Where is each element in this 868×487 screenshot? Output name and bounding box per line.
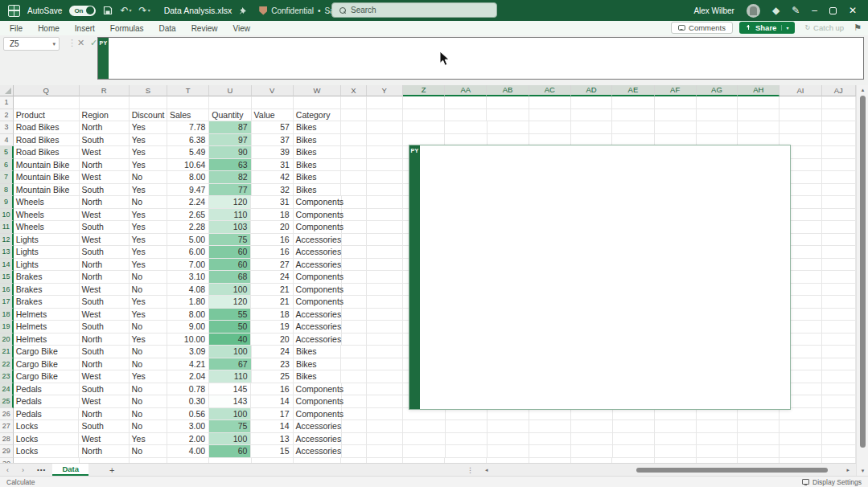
cell[interactable] [403, 109, 445, 122]
vertical-scroll-thumb[interactable] [860, 96, 866, 448]
cell[interactable] [822, 271, 856, 284]
cell[interactable] [822, 445, 856, 458]
cell-t6[interactable]: 10.64 [167, 159, 209, 172]
cell-u8[interactable]: 77 [209, 184, 251, 197]
cell[interactable] [655, 433, 697, 446]
cell[interactable] [571, 109, 612, 122]
cell-t21[interactable]: 3.09 [167, 346, 209, 358]
cell-u28[interactable]: 100 [209, 433, 251, 446]
cell[interactable] [487, 420, 529, 433]
cell-q29[interactable]: Locks [14, 445, 80, 458]
cell[interactable] [822, 246, 856, 259]
cell-q27[interactable]: Locks [14, 420, 80, 433]
cell[interactable] [341, 96, 367, 109]
column-header-r[interactable]: R [80, 85, 130, 96]
cell-r28[interactable]: West [79, 433, 129, 446]
cell[interactable] [342, 395, 368, 408]
cell[interactable] [342, 408, 368, 421]
cell[interactable] [738, 96, 780, 109]
comments-button[interactable]: Comments [671, 22, 733, 34]
column-header-s[interactable]: S [130, 85, 167, 96]
cell[interactable] [571, 121, 612, 134]
cell[interactable] [529, 445, 571, 458]
cell-w2[interactable]: Category [294, 109, 341, 122]
cell-s11[interactable]: Yes [130, 221, 167, 234]
cell[interactable] [487, 433, 529, 446]
row-header-24[interactable]: 24 [0, 383, 14, 396]
cell-t15[interactable]: 3.10 [167, 271, 209, 284]
cell-t22[interactable]: 4.21 [167, 358, 209, 371]
cell[interactable] [367, 209, 403, 222]
cell-t23[interactable]: 2.04 [167, 370, 209, 383]
row-header-4[interactable]: 4 [0, 134, 14, 147]
autosave-toggle[interactable]: On [69, 6, 96, 16]
cell-u15[interactable]: 68 [209, 271, 251, 284]
cell-w9[interactable]: Components [294, 196, 342, 209]
cell[interactable] [822, 358, 856, 371]
cell-q17[interactable]: Brakes [14, 296, 80, 309]
cell-t16[interactable]: 4.08 [167, 284, 209, 297]
row-header-1[interactable]: 1 [0, 96, 14, 109]
cell-s6[interactable]: Yes [130, 159, 167, 172]
cell[interactable] [367, 408, 403, 421]
column-header-ah[interactable]: AH [738, 85, 780, 96]
row-header-9[interactable]: 9 [0, 196, 14, 209]
column-header-ai[interactable]: AI [780, 85, 821, 96]
cell-r2[interactable]: Region [80, 109, 130, 122]
cell[interactable] [822, 184, 856, 197]
row-header-25[interactable]: 25 [0, 395, 14, 408]
cell-q3[interactable]: Road Bikes [14, 121, 80, 134]
undo-button[interactable]: ↶ ▾ [120, 6, 131, 15]
cell-v20[interactable]: 20 [251, 334, 293, 346]
cell-r15[interactable]: North [80, 271, 130, 284]
cell-r27[interactable]: South [79, 420, 129, 433]
cell[interactable] [655, 121, 697, 134]
horizontal-scroll-track[interactable] [492, 464, 844, 477]
cell[interactable] [367, 246, 403, 259]
cell[interactable] [342, 221, 368, 234]
cell-u24[interactable]: 145 [209, 383, 251, 396]
column-header-ae[interactable]: AE [612, 85, 654, 96]
cell[interactable] [655, 420, 697, 433]
avatar[interactable] [747, 4, 760, 18]
cell-r20[interactable]: North [80, 334, 130, 346]
scroll-right-icon[interactable]: ▸ [843, 467, 853, 473]
cell[interactable] [612, 96, 654, 109]
cell[interactable] [342, 334, 368, 346]
cell-s20[interactable]: Yes [130, 334, 167, 346]
cell-r8[interactable]: South [80, 184, 130, 197]
cell[interactable] [341, 121, 367, 134]
column-header-q[interactable]: Q [14, 85, 80, 96]
cell-v18[interactable]: 18 [251, 309, 293, 321]
cell[interactable] [738, 433, 780, 446]
cell-w11[interactable]: Components [294, 221, 342, 234]
cell-q2[interactable]: Product [14, 109, 80, 122]
cell-u26[interactable]: 100 [209, 408, 251, 421]
cell-w14[interactable]: Accessories [294, 259, 342, 272]
close-button[interactable]: ✕ [849, 5, 857, 16]
cell-t5[interactable]: 5.49 [167, 146, 209, 159]
cell-r7[interactable]: West [80, 171, 130, 184]
cell[interactable] [738, 420, 780, 433]
cell-v10[interactable]: 18 [251, 209, 293, 222]
cell-r12[interactable]: West [80, 234, 130, 247]
menu-item-insert[interactable]: Insert [75, 24, 95, 33]
cell-t27[interactable]: 3.00 [167, 420, 209, 433]
cell[interactable] [367, 358, 403, 371]
cell-q23[interactable]: Cargo Bike [14, 370, 80, 383]
cell-v22[interactable]: 23 [252, 358, 294, 371]
cell-t13[interactable]: 6.00 [167, 246, 209, 259]
vertical-scrollbar[interactable]: ▴ ▾ [856, 85, 868, 476]
cell[interactable] [697, 109, 738, 122]
cell[interactable] [571, 433, 612, 446]
cell[interactable] [822, 408, 856, 421]
cell-q26[interactable]: Pedals [14, 408, 80, 421]
cell-r23[interactable]: West [80, 370, 130, 383]
cell[interactable] [367, 321, 403, 334]
cell-q9[interactable]: Wheels [14, 196, 80, 209]
cell-q4[interactable]: Road Bikes [14, 134, 80, 147]
row-header-10[interactable]: 10 [0, 209, 14, 222]
cell-q25[interactable]: Pedals [14, 395, 80, 408]
scroll-up-icon[interactable]: ▴ [857, 87, 868, 93]
cell-u17[interactable]: 120 [209, 296, 251, 309]
